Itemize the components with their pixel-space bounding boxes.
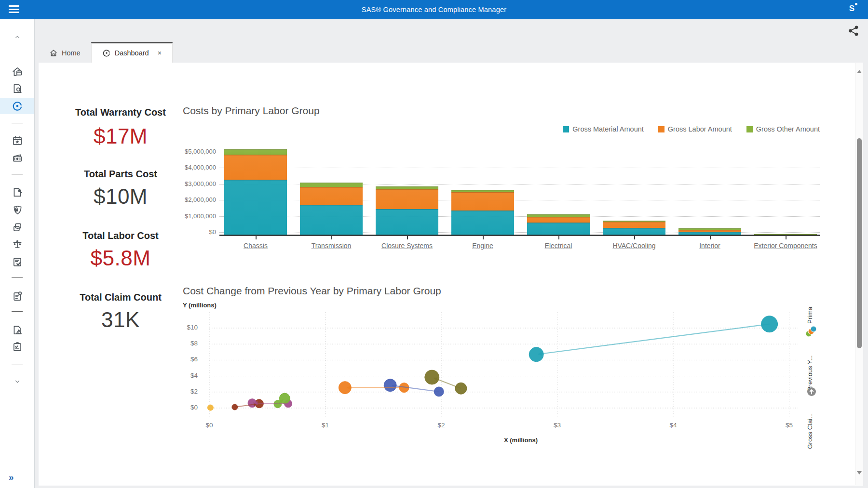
category-link[interactable]: Chassis xyxy=(215,242,297,250)
bar-chart-x-axis-line xyxy=(219,235,820,236)
category-link[interactable]: Interior xyxy=(669,242,751,250)
bubble-magenta[interactable] xyxy=(285,400,292,408)
bubble-amber[interactable] xyxy=(207,405,213,410)
tab-close-icon[interactable]: × xyxy=(158,49,162,57)
bar-segment[interactable] xyxy=(603,222,665,228)
kpi-label: Total Labor Cost xyxy=(68,230,174,241)
bubble-teal[interactable] xyxy=(761,316,778,332)
bar-segment[interactable] xyxy=(300,187,363,205)
dashboard-gauge-icon xyxy=(12,100,23,112)
bubble-teal[interactable] xyxy=(529,347,543,362)
category-link[interactable]: Engine xyxy=(442,242,524,250)
category-link[interactable]: Transmission xyxy=(290,242,372,250)
sidebar-divider xyxy=(12,365,23,365)
sidebar-item-document-check[interactable] xyxy=(0,254,34,270)
bar-axis-tick xyxy=(558,236,559,239)
chevron-up-icon xyxy=(13,34,22,40)
sidebar-item-shield-lock[interactable] xyxy=(0,202,34,218)
bubble-green[interactable] xyxy=(279,393,290,404)
bar-segment[interactable] xyxy=(678,230,741,232)
sidebar-item-document-warning[interactable] xyxy=(0,322,34,338)
scatter-x-tick-label: $5 xyxy=(773,422,806,429)
bubble-maroon[interactable] xyxy=(255,399,263,408)
scrollbar-thumb[interactable] xyxy=(857,138,862,348)
sidebar-item-home-audit[interactable] xyxy=(0,64,34,80)
sidebar-item-chevron-up[interactable] xyxy=(0,29,34,45)
bar-segment[interactable] xyxy=(451,211,514,235)
bar-segment[interactable] xyxy=(451,190,514,192)
bubble-maroon[interactable] xyxy=(232,404,238,410)
bar-segment[interactable] xyxy=(527,217,590,223)
bubble-olive[interactable] xyxy=(455,382,467,394)
bar-segment[interactable] xyxy=(224,149,287,155)
bar-gridline xyxy=(219,152,820,152)
sidebar-item-cash[interactable] xyxy=(0,150,34,166)
legend-item[interactable]: Gross Material Amount xyxy=(563,125,643,133)
bar-y-tick-label: $1,000,000 xyxy=(175,212,216,220)
bar-segment[interactable] xyxy=(678,228,741,230)
kpi-label: Total Parts Cost xyxy=(68,169,174,180)
tab-dashboard[interactable]: Dashboard× xyxy=(91,42,173,63)
scatter-chart-title: Cost Change from Previous Year by Primar… xyxy=(183,285,441,297)
sidebar-item-document-search[interactable] xyxy=(0,80,34,97)
category-link[interactable]: Electrical xyxy=(517,242,599,250)
scatter-y-tick-label: $0 xyxy=(159,404,198,411)
bubble-green[interactable] xyxy=(274,400,282,408)
legend-item[interactable]: Gross Other Amount xyxy=(746,125,820,133)
sidebar-item-clipboard-check[interactable] xyxy=(0,339,34,355)
sidebar-item-copies[interactable] xyxy=(0,219,34,236)
category-link[interactable]: Exterior Components xyxy=(745,242,827,250)
legend-swatch xyxy=(563,126,569,132)
home-audit-icon xyxy=(12,66,23,78)
sidebar-item-chevron-down[interactable] xyxy=(0,373,34,390)
left-sidebar: » xyxy=(0,19,35,488)
bar-segment[interactable] xyxy=(603,221,665,222)
bar-axis-tick xyxy=(483,236,484,239)
bar-segment[interactable] xyxy=(527,223,590,235)
bar-segment[interactable] xyxy=(451,192,514,211)
category-link[interactable]: Closure Systems xyxy=(366,242,448,250)
bar-segment[interactable] xyxy=(376,189,438,209)
document-warning-icon xyxy=(12,324,23,336)
sidebar-item-calendar-star[interactable] xyxy=(0,132,34,149)
bar-segment[interactable] xyxy=(300,183,363,186)
sidebar-item-dashboard-gauge[interactable] xyxy=(0,98,34,114)
side-legend-label: Previous Y... xyxy=(806,341,817,391)
side-legend-label: Gross Clai... xyxy=(806,399,817,449)
bubble-magenta[interactable] xyxy=(248,399,257,408)
copies-icon xyxy=(12,222,23,233)
share-icon[interactable] xyxy=(848,25,859,39)
sidebar-item-document-flag[interactable] xyxy=(0,184,34,200)
bubble-cluster-icon xyxy=(804,325,818,340)
chevron-down-icon xyxy=(13,378,22,385)
sidebar-expand-button[interactable]: » xyxy=(9,474,13,481)
category-link[interactable]: HVAC/Cooling xyxy=(593,242,675,250)
bar-axis-tick xyxy=(256,236,257,239)
bubble-orange[interactable] xyxy=(399,383,409,393)
bar-axis-tick xyxy=(407,236,408,239)
sidebar-item-document-info[interactable] xyxy=(0,288,34,304)
kpi-label: Total Claim Count xyxy=(68,292,174,303)
scatter-y-tick-label: $8 xyxy=(159,340,198,347)
bubble-blue[interactable] xyxy=(384,379,396,392)
tab-home[interactable]: Home xyxy=(39,43,91,63)
bar-y-tick-label: $5,000,000 xyxy=(175,148,216,155)
bar-segment[interactable] xyxy=(224,180,287,235)
bubble-olive[interactable] xyxy=(425,370,439,384)
bar-segment[interactable] xyxy=(224,155,287,180)
shield-lock-icon xyxy=(12,204,23,216)
bar-segment[interactable] xyxy=(376,209,438,235)
scales-icon xyxy=(12,239,23,251)
bar-segment[interactable] xyxy=(527,214,590,216)
scatter-y-tick-label: $6 xyxy=(159,356,198,363)
bar-segment[interactable] xyxy=(376,186,438,189)
scroll-up-arrow-icon[interactable] xyxy=(857,70,862,73)
scroll-down-arrow-icon[interactable] xyxy=(857,471,862,475)
bubble-blue[interactable] xyxy=(434,387,444,396)
sidebar-item-scales[interactable] xyxy=(0,237,34,253)
bubble-orange[interactable] xyxy=(339,382,351,394)
bar-segment[interactable] xyxy=(603,228,665,235)
legend-item[interactable]: Gross Labor Amount xyxy=(658,125,732,133)
vertical-scrollbar xyxy=(855,63,863,485)
bar-segment[interactable] xyxy=(300,205,363,235)
